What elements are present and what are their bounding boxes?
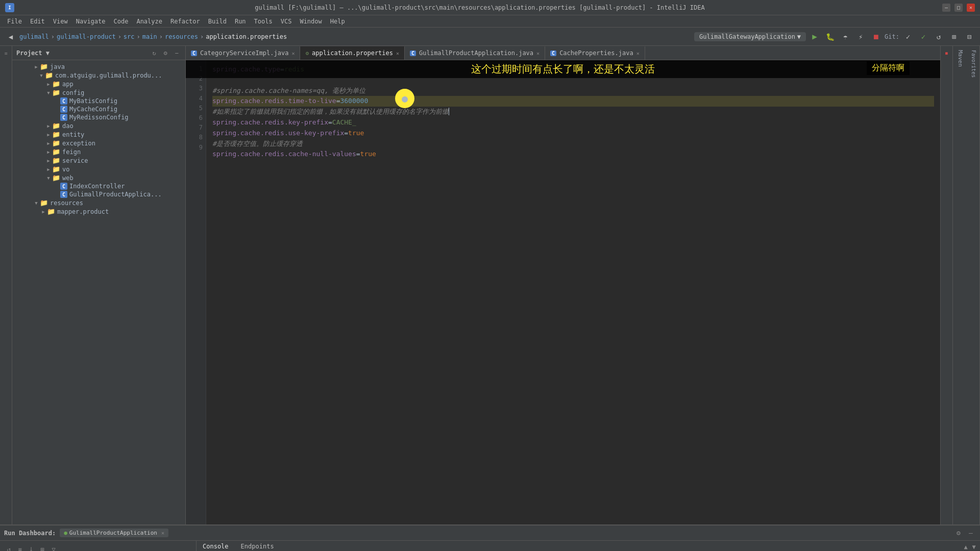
tree-item-config[interactable]: ▼ 📁 config (12, 88, 185, 97)
tree-item-dao[interactable]: ▶ 📁 dao (12, 121, 185, 130)
tree-item-java[interactable]: ▶ 📁 java (12, 62, 185, 71)
back-button[interactable]: ◀ (4, 30, 17, 43)
run-tree-group-btn[interactable]: ⊞ (38, 545, 47, 551)
code-line-9[interactable]: spring.cache.redis.cache-null-values=tru… (212, 149, 934, 160)
code-line-4[interactable]: spring.cache.redis.time-to-live=3600000 (212, 96, 934, 107)
breadcrumb-module[interactable]: gulimall-product (57, 33, 116, 40)
tree-item-service[interactable]: ▶ 📁 service (12, 156, 185, 165)
git-section: Git: ✓ ✓ ↺ ⊞ ⊟ (885, 30, 976, 43)
tree-item-indexcontroller[interactable]: C IndexController (12, 182, 185, 190)
minimize-button[interactable]: — (942, 4, 950, 12)
tree-item-entity[interactable]: ▶ 📁 entity (12, 130, 185, 139)
folder-mapper-icon: 📁 (47, 208, 55, 215)
tree-item-mycache[interactable]: C MyCacheConfig (12, 105, 185, 113)
tree-item-resources[interactable]: ▼ 📁 resources (12, 198, 185, 207)
code-line-3[interactable]: #spring.cache.cache-names=qq, 毫秒为单位 (212, 86, 934, 96)
run-tree-refresh-btn[interactable]: ↺ (4, 545, 13, 551)
project-panel-settings[interactable]: ⚙ (161, 48, 170, 58)
tab-applicationproperties-close[interactable]: ✕ (396, 51, 399, 56)
code-line-7[interactable]: spring.cache.redis.use-key-prefix=true (212, 128, 934, 139)
coverage-button[interactable]: ☂ (839, 30, 852, 43)
console-tab-endpoints[interactable]: Endpoints (235, 541, 280, 551)
code-line-8[interactable]: #是否缓存空值。防止缓存穿透 (212, 139, 934, 149)
spacer-mybatis (53, 97, 60, 105)
code-editor[interactable]: 这个过期时间有点长了啊，还是不太灵活 分隔符啊 1 2 3 4 5 6 7 8 … (186, 60, 940, 524)
stop-button[interactable]: ⏹ (869, 30, 883, 43)
tab-gulimallproductapplication[interactable]: C GulimallProductApplication.java ✕ (405, 46, 545, 60)
tree-item-mybatis[interactable]: C MyBatisConfig (12, 97, 185, 105)
menu-file[interactable]: File (3, 17, 26, 26)
menu-tools[interactable]: Tools (250, 17, 277, 26)
tab-gulimallproductapplication-close[interactable]: ✕ (536, 51, 540, 56)
git-commit-button[interactable]: ✓ (901, 30, 915, 43)
menu-window[interactable]: Window (296, 17, 326, 26)
menu-code[interactable]: Code (110, 17, 133, 26)
arrow-app: ▶ (45, 81, 52, 88)
breadcrumb-file[interactable]: application.properties (206, 33, 287, 40)
bottom-settings-btn[interactable]: ⚙ (953, 528, 964, 538)
close-button[interactable]: ✕ (967, 4, 975, 12)
menu-build[interactable]: Build (204, 17, 231, 26)
debug-button[interactable]: 🐛 (823, 30, 837, 43)
maximize-button[interactable]: □ (954, 4, 963, 12)
tab-applicationproperties[interactable]: ⚙ application.properties ✕ (300, 46, 405, 60)
breadcrumb-src[interactable]: src (124, 33, 135, 40)
tree-item-mapper[interactable]: ▶ 📁 mapper.product (12, 207, 185, 216)
menu-help[interactable]: Help (326, 17, 349, 26)
run-tree: ↺ ≡ ⤓ ⊞ ▽ 🍃 Spring Boot ▼ ▶ Running (0, 541, 197, 551)
sidebar-structure-icon[interactable]: ≡ (1, 48, 11, 58)
maven-tab[interactable]: Maven (955, 46, 966, 71)
tab-categoryserviceimpl-close[interactable]: ✕ (291, 51, 295, 56)
run-config-tab[interactable]: ● GulimallProductApplication ✕ (60, 529, 168, 537)
run-tree-sort-btn[interactable]: ⤓ (27, 545, 36, 551)
code-line-6[interactable]: spring.cache.redis.key-prefix=CACHE_ (212, 117, 934, 128)
menu-run[interactable]: Run (231, 17, 250, 26)
tree-label-vo: vo (62, 166, 69, 173)
run-config-selector[interactable]: GulimallGatewayApplication ▼ (694, 32, 806, 41)
menu-navigate[interactable]: Navigate (72, 17, 110, 26)
menu-view[interactable]: View (49, 17, 72, 26)
tree-item-app[interactable]: ▶ 📁 app (12, 80, 185, 88)
tree-item-redisson[interactable]: C MyRedissonConfig (12, 113, 185, 121)
breadcrumb: gulimall › gulimall-product › src › main… (19, 33, 692, 40)
run-tree-layout-btn[interactable]: ≡ (15, 545, 24, 551)
code-line-5[interactable]: #如果指定了前缀就用我们指定的前缀，如果没有就默认使用缓存的名字作为前缀 (212, 107, 934, 117)
git-update-button[interactable]: ↺ (932, 30, 945, 43)
breadcrumb-main[interactable]: main (142, 33, 157, 40)
git-check-button[interactable]: ✓ (917, 30, 930, 43)
console-scroll-down[interactable]: ▼ (970, 543, 978, 551)
arrow-package: ▼ (38, 72, 45, 79)
breadcrumb-gulimall[interactable]: gulimall (19, 33, 49, 40)
menu-vcs[interactable]: VCS (277, 17, 296, 26)
menu-analyze[interactable]: Analyze (132, 17, 166, 26)
tab-cacheproperties-close[interactable]: ✕ (636, 51, 640, 56)
run-tab-close[interactable]: ✕ (161, 530, 164, 536)
bottom-minimize-btn[interactable]: — (966, 528, 976, 538)
favorites-item[interactable]: Favorites (970, 48, 977, 80)
console-scroll-up[interactable]: ▲ (962, 543, 970, 551)
menu-edit[interactable]: Edit (26, 17, 49, 26)
menu-refactor[interactable]: Refactor (166, 17, 204, 26)
tree-item-vo[interactable]: ▶ 📁 vo (12, 165, 185, 173)
run-button[interactable]: ▶ (808, 30, 821, 43)
tree-item-feign[interactable]: ▶ 📁 feign (12, 147, 185, 156)
console-tab-console[interactable]: Console (197, 541, 235, 551)
code-content[interactable]: ● spring.cache.type=redis #spring.cache.… (206, 60, 940, 524)
project-panel-sync[interactable]: ↻ (150, 48, 159, 58)
tree-label-mybatis: MyBatisConfig (69, 97, 117, 105)
profile-button[interactable]: ⚡ (854, 30, 867, 43)
tab-cacheproperties[interactable]: C CacheProperties.java ✕ (545, 46, 645, 60)
project-panel-close[interactable]: − (172, 48, 181, 58)
run-tree-filter-btn[interactable]: ▽ (49, 545, 58, 551)
git-history-button[interactable]: ⊟ (963, 30, 976, 43)
tree-item-package[interactable]: ▼ 📁 com.atguigu.gulimall.produ... (12, 71, 185, 80)
dropdown-icon: ▼ (797, 33, 801, 40)
folder-dao-icon: 📁 (52, 122, 60, 130)
tree-item-productapp[interactable]: C GulimallProductApplica... (12, 190, 185, 198)
arrow-resources: ▼ (33, 199, 40, 207)
breadcrumb-resources[interactable]: resources (165, 33, 198, 40)
tree-item-exception[interactable]: ▶ 📁 exception (12, 139, 185, 147)
git-branch-button[interactable]: ⊞ (947, 30, 961, 43)
tab-categoryserviceimpl[interactable]: C CategoryServiceImpl.java ✕ (186, 46, 300, 60)
tree-item-web[interactable]: ▼ 📁 web (12, 173, 185, 182)
